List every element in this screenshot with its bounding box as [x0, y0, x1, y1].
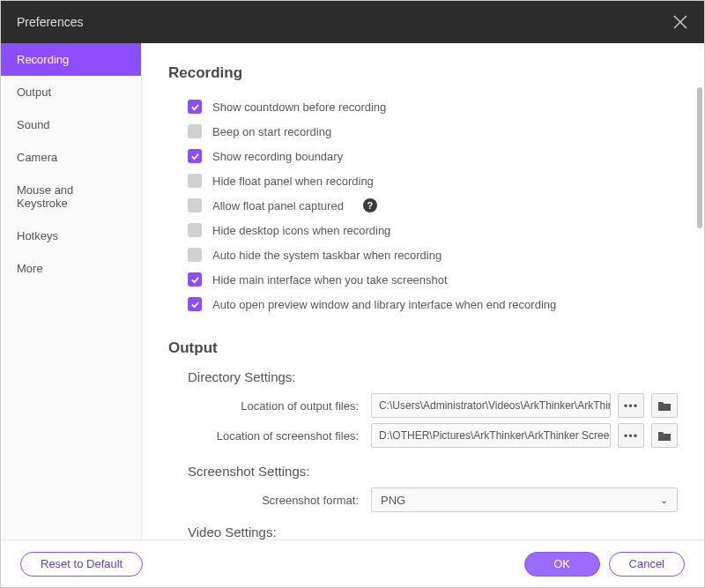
sidebar-item-more[interactable]: More — [1, 252, 141, 285]
checkbox[interactable] — [188, 248, 202, 262]
screenshot-files-label: Location of screenshot files: — [188, 429, 364, 443]
checkbox[interactable] — [188, 100, 202, 114]
directory-settings-heading: Directory Settings: — [188, 369, 678, 384]
output-heading: Output — [168, 339, 678, 357]
chevron-down-icon: ⌄ — [660, 495, 668, 506]
recording-option-row: Show recording boundary — [168, 144, 678, 168]
footer-right: OK Cancel — [524, 552, 685, 577]
recording-heading: Recording — [168, 64, 678, 82]
sidebar-item-recording[interactable]: Recording — [1, 43, 141, 76]
open-output-folder-button[interactable] — [651, 393, 678, 418]
browse-screenshot-button[interactable]: ••• — [618, 423, 644, 448]
titlebar: Preferences — [1, 1, 704, 43]
recording-option-row: Auto hide the system taskbar when record… — [168, 242, 678, 267]
recording-option-row: Show countdown before recording — [168, 94, 678, 119]
output-files-label: Location of output files: — [188, 399, 364, 413]
checkbox[interactable] — [188, 272, 202, 287]
checkbox-label: Show recording boundary — [212, 150, 343, 163]
sidebar-item-camera[interactable]: Camera — [1, 141, 141, 174]
sidebar-item-hotkeys[interactable]: Hotkeys — [1, 220, 141, 252]
screenshot-format-select[interactable]: PNG ⌄ — [371, 488, 678, 512]
screenshot-files-row: Location of screenshot files: D:\OTHER\P… — [168, 423, 678, 448]
checkbox-label: Hide desktop icons when recording — [212, 224, 390, 237]
checkbox[interactable] — [188, 149, 202, 163]
window-title: Preferences — [17, 15, 83, 29]
reset-to-default-button[interactable]: Reset to Default — [20, 552, 143, 577]
checkbox[interactable] — [188, 223, 202, 237]
checkbox[interactable] — [188, 174, 202, 188]
screenshot-format-row: Screenshot format: PNG ⌄ — [168, 488, 678, 512]
preferences-window: Preferences RecordingOutputSoundCameraMo… — [0, 0, 705, 588]
recording-option-row: Beep on start recording — [168, 119, 678, 144]
output-files-path[interactable]: C:\Users\Administrator\Videos\ArkThinker… — [371, 393, 611, 418]
screenshot-files-path[interactable]: D:\OTHER\Pictures\ArkThinker\ArkThinker … — [371, 423, 611, 448]
open-screenshot-folder-button[interactable] — [651, 423, 678, 448]
checkbox-label: Auto open preview window and library int… — [212, 298, 556, 311]
body: RecordingOutputSoundCameraMouse and Keys… — [1, 43, 704, 540]
checkbox-label: Auto hide the system taskbar when record… — [212, 249, 442, 262]
checkbox-label: Show countdown before recording — [212, 100, 386, 114]
folder-icon — [657, 399, 672, 412]
checkbox[interactable] — [188, 297, 202, 311]
ok-button[interactable]: OK — [524, 552, 600, 577]
cancel-button[interactable]: Cancel — [609, 552, 685, 577]
checkbox-label: Allow float panel captured — [212, 199, 344, 212]
sidebar-item-mouse-and-keystroke[interactable]: Mouse and Keystroke — [1, 174, 141, 220]
checkbox-label: Hide main interface when you take screen… — [212, 273, 448, 287]
main-panel: Recording Show countdown before recordin… — [142, 43, 704, 540]
checkbox[interactable] — [188, 124, 202, 138]
checkbox-label: Beep on start recording — [212, 125, 331, 138]
scrollbar-thumb[interactable] — [697, 87, 702, 228]
screenshot-format-label: Screenshot format: — [188, 494, 364, 507]
close-icon[interactable] — [672, 14, 688, 30]
recording-option-row: Hide float panel when recording — [168, 168, 678, 193]
video-settings-heading: Video Settings: — [188, 525, 678, 540]
output-files-row: Location of output files: C:\Users\Admin… — [168, 393, 678, 418]
recording-option-row: Allow float panel captured? — [168, 193, 678, 218]
checkbox[interactable] — [188, 198, 202, 212]
recording-option-row: Auto open preview window and library int… — [168, 292, 678, 316]
footer: Reset to Default OK Cancel — [1, 540, 704, 587]
sidebar-item-output[interactable]: Output — [1, 76, 141, 108]
checkbox-label: Hide float panel when recording — [212, 175, 374, 188]
recording-option-row: Hide main interface when you take screen… — [168, 267, 678, 292]
recording-option-row: Hide desktop icons when recording — [168, 218, 678, 242]
screenshot-settings-heading: Screenshot Settings: — [188, 464, 678, 479]
help-icon[interactable]: ? — [363, 198, 377, 212]
folder-icon — [657, 429, 672, 442]
sidebar-item-sound[interactable]: Sound — [1, 108, 141, 141]
screenshot-format-value: PNG — [381, 494, 405, 507]
browse-output-button[interactable]: ••• — [618, 393, 644, 418]
sidebar: RecordingOutputSoundCameraMouse and Keys… — [1, 43, 142, 540]
